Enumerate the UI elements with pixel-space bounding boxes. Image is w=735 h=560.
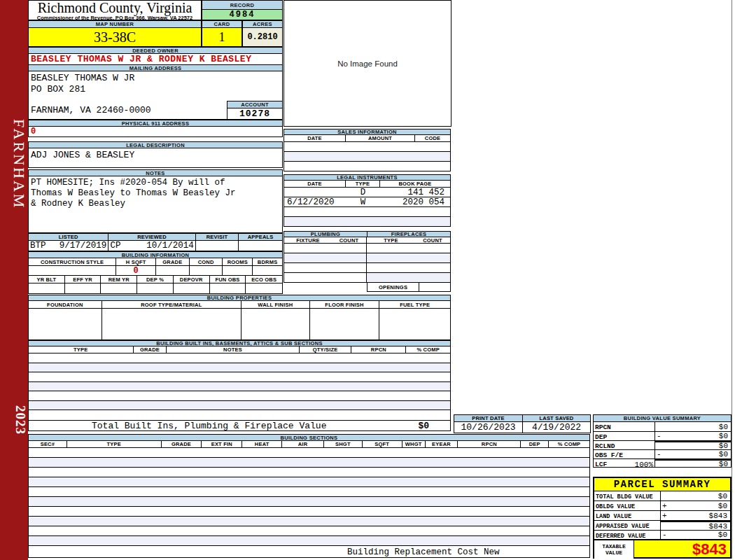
legal-instruments-table: DATE TYPE BOOK PAGE D 141 452 6/12/2020 … xyxy=(284,180,451,227)
wall-finish-header: WALL FINISH xyxy=(241,301,310,308)
reviewed-value: CP10/1/2014 xyxy=(108,241,195,251)
floor-finish-header: FLOOR FINISH xyxy=(310,301,380,308)
bvs-value: $0 xyxy=(719,423,731,431)
bvs-row: RPCN $0 xyxy=(594,422,731,431)
legal-description-value: ADJ JONES & BEASLEY xyxy=(28,148,283,168)
review-value-row: BTP9/17/2019 CP10/1/2014 xyxy=(29,241,282,251)
roof-type-header: ROOF TYPE/MATERIAL xyxy=(102,301,241,308)
bvs-label: LCF xyxy=(595,461,607,468)
instr-date-header: DATE xyxy=(284,181,346,187)
bi-qty-header: QTY/SIZE xyxy=(300,346,352,353)
fireplace-cell xyxy=(367,263,450,272)
yr-blt-value xyxy=(29,284,65,293)
last-saved-value: 4/19/2022 xyxy=(523,422,590,433)
empty-row xyxy=(29,468,589,477)
print-saved-header-row: PRINT DATE LAST SAVED xyxy=(454,415,590,422)
parcel-op: - xyxy=(661,531,670,539)
parcel-row: LAND VALUE + $843 xyxy=(594,511,730,521)
bvs-value: $0 xyxy=(719,460,731,468)
instrument-row: D 141 452 xyxy=(284,188,450,197)
fireplace-cell xyxy=(367,244,450,253)
fixture-header: FIXTURE xyxy=(284,237,332,243)
empty-row xyxy=(284,207,450,217)
listed-value: BTP9/17/2019 xyxy=(29,241,108,251)
empty-row xyxy=(29,477,589,487)
sec-rpcn-header: RPCN xyxy=(458,441,521,447)
foundation-header: FOUNDATION xyxy=(29,301,102,308)
taxable-row: TAXABLE VALUE $843 xyxy=(594,540,730,559)
bvs-op: - xyxy=(655,450,664,458)
built-ins-total-value: $0 xyxy=(418,421,450,431)
parcel-value-cell: + $0 xyxy=(661,501,730,510)
plumbing-cell xyxy=(284,244,367,253)
eco-obs-value xyxy=(246,284,282,293)
empty-row xyxy=(29,536,589,546)
building-info-value-row1: 0 xyxy=(29,266,282,276)
parcel-value: $0 xyxy=(718,531,730,539)
sec-eyear-header: EYEAR xyxy=(426,441,458,447)
taxable-label: TAXABLE VALUE xyxy=(594,540,634,559)
bi-notes-header: NOTES xyxy=(167,346,299,353)
parcel-value: $0 xyxy=(718,492,730,500)
plumbing-row xyxy=(284,244,450,253)
eff-yr-value xyxy=(65,284,102,293)
bvs-label-cell: LCF 100% xyxy=(594,458,655,468)
empty-row xyxy=(29,497,589,507)
empty-row xyxy=(29,487,589,497)
fireplace-count-header: COUNT xyxy=(415,237,450,243)
foundation-value xyxy=(29,309,102,340)
no-image-message: No Image Found xyxy=(337,59,398,68)
listed-by: BTP xyxy=(30,241,46,251)
bi-grade-header: GRADE xyxy=(134,346,167,353)
empty-row xyxy=(29,391,450,401)
parcel-row: APPRAISED VALUE $843 xyxy=(594,521,730,531)
empty-row xyxy=(29,410,450,420)
grade-header: GRADE xyxy=(156,258,190,265)
bvs-label: RPCN xyxy=(594,422,655,431)
sec-grade-header: GRADE xyxy=(162,441,202,447)
tax-year: 2023 xyxy=(0,396,28,444)
listed-date: 9/17/2019 xyxy=(59,241,107,251)
bvs-label: DEP xyxy=(594,431,655,440)
record-number: 4984 xyxy=(202,9,283,20)
parcel-label: OBLDG VALUE xyxy=(594,501,661,510)
notes-box: PT HOMESITE; Ins #2020-054 By will of Th… xyxy=(28,176,283,233)
instruments-header-row: DATE TYPE BOOK PAGE xyxy=(284,181,450,188)
instr-date: 6/12/2020 xyxy=(284,197,346,207)
sales-amount-header: AMOUNT xyxy=(346,135,415,141)
building-properties-header-row: FOUNDATION ROOF TYPE/MATERIAL WALL FINIS… xyxy=(29,301,450,309)
openings-row: OPENINGS xyxy=(367,282,451,292)
print-saved-value-row: 10/26/2023 4/19/2022 xyxy=(454,422,590,433)
parcel-label: LAND VALUE xyxy=(594,511,661,520)
fuel-type-value xyxy=(379,309,450,340)
reviewed-header: REVIEWED xyxy=(108,234,195,240)
sec-dep-header: DEP xyxy=(521,441,549,447)
fuel-type-header: FUEL TYPE xyxy=(379,301,450,308)
building-sections-table: SEC# TYPE GRADE EXT FIN HEAT AIR SHGT SQ… xyxy=(28,440,590,558)
bvs-label: OBS F/E xyxy=(594,449,655,458)
district-sidebar: FARNHAM 2023 xyxy=(0,0,28,560)
instr-type: W xyxy=(346,197,380,207)
depovr-header: DEPOVR xyxy=(174,276,210,283)
bvs-value-cell: $0 xyxy=(655,458,731,468)
listed-header: LISTED xyxy=(29,234,108,240)
parcel-row: DEFERRED VALUE - $0 xyxy=(594,531,730,540)
openings-value xyxy=(419,283,450,291)
reviewed-by: CP xyxy=(110,241,120,251)
parcel-value: $843 xyxy=(709,512,730,520)
plumbing-row xyxy=(284,253,450,263)
empty-row xyxy=(29,401,450,411)
bvs-row: DEP - $0 xyxy=(594,431,731,440)
empty-row xyxy=(29,507,589,517)
taxable-value: $843 xyxy=(634,540,730,559)
plumbing-cell xyxy=(284,273,367,282)
bdrms-value xyxy=(253,266,282,275)
bi-rpcn-header: RPCN xyxy=(351,346,406,353)
grade-value xyxy=(156,266,190,275)
district-name: FARNHAM xyxy=(0,105,28,224)
sec-type-header: TYPE xyxy=(67,441,162,447)
bvs-value-cell: - $0 xyxy=(655,449,731,458)
bvs-value-cell: $0 xyxy=(655,422,731,431)
dep-pct-header: DEP % xyxy=(137,276,174,283)
parcel-value-cell: + $843 xyxy=(661,511,730,520)
